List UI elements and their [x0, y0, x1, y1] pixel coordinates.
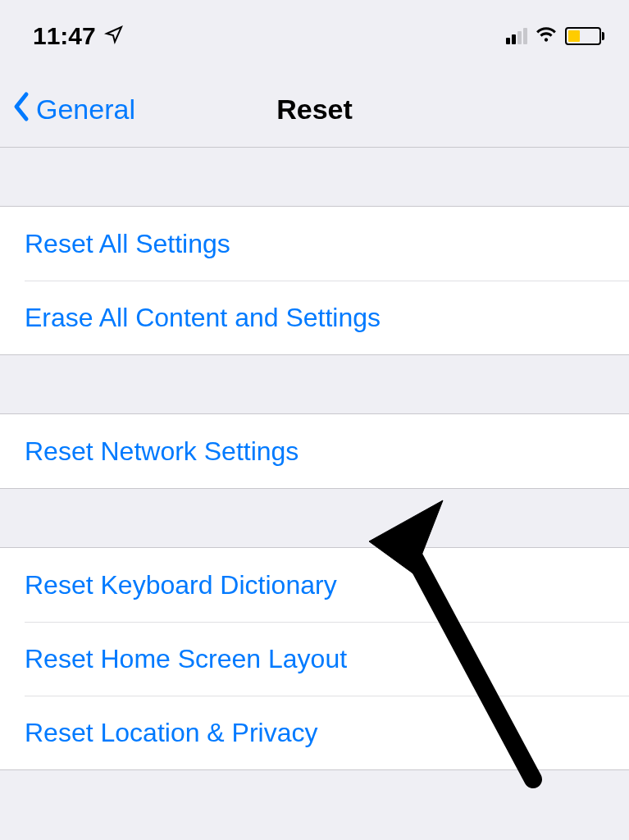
row-label: Reset Keyboard Dictionary — [25, 570, 337, 600]
row-label: Erase All Content and Settings — [25, 303, 381, 333]
settings-group: Reset Network Settings — [0, 414, 629, 489]
status-time: 11:47 — [33, 22, 96, 50]
row-reset-network-settings[interactable]: Reset Network Settings — [0, 414, 629, 488]
nav-bar: General Reset — [0, 72, 629, 148]
back-label: General — [36, 94, 135, 126]
status-left: 11:47 — [33, 22, 124, 50]
group-spacer — [0, 148, 629, 207]
settings-group: Reset Keyboard Dictionary Reset Home Scr… — [0, 548, 629, 770]
row-reset-location-privacy[interactable]: Reset Location & Privacy — [25, 696, 629, 769]
row-label: Reset Location & Privacy — [25, 718, 318, 748]
status-bar: 11:47 — [0, 0, 629, 72]
group-spacer — [0, 489, 629, 548]
back-button[interactable]: General — [0, 91, 135, 129]
row-label: Reset Home Screen Layout — [25, 644, 347, 674]
wifi-icon — [536, 24, 557, 48]
status-right — [506, 24, 604, 48]
settings-group: Reset All Settings Erase All Content and… — [0, 207, 629, 355]
battery-icon — [565, 27, 604, 45]
row-erase-all-content[interactable]: Erase All Content and Settings — [25, 281, 629, 354]
group-spacer — [0, 355, 629, 414]
cellular-signal-icon — [506, 28, 527, 44]
page-title: Reset — [276, 94, 353, 126]
row-label: Reset Network Settings — [25, 436, 299, 467]
row-label: Reset All Settings — [25, 229, 230, 259]
location-arrow-icon — [104, 22, 124, 50]
row-reset-keyboard-dictionary[interactable]: Reset Keyboard Dictionary — [0, 548, 629, 622]
row-reset-all-settings[interactable]: Reset All Settings — [0, 207, 629, 281]
row-reset-home-screen-layout[interactable]: Reset Home Screen Layout — [25, 622, 629, 696]
chevron-left-icon — [11, 91, 31, 129]
